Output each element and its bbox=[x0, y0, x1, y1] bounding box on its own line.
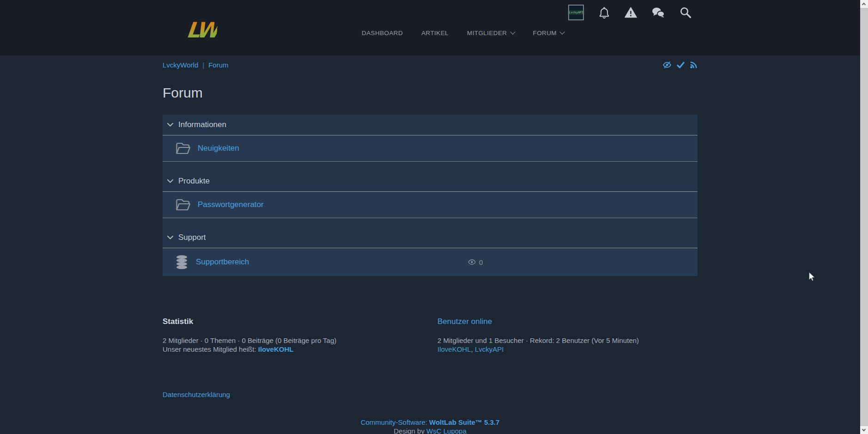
mark-read-check-icon[interactable] bbox=[677, 61, 685, 69]
folder-open-icon bbox=[176, 142, 191, 155]
eye-slash-icon[interactable] bbox=[662, 61, 672, 69]
board-row-neuigkeiten: Neuigkeiten bbox=[163, 135, 698, 162]
category-title: Support bbox=[178, 233, 206, 242]
category-section-produkte: Produkte Passwortgenerator bbox=[163, 162, 698, 218]
online-user-link-ilovekohl[interactable]: IloveKOHL bbox=[437, 345, 471, 353]
nav-item-mitglieder[interactable]: MITGLIEDER bbox=[467, 30, 515, 37]
users-online-widget: Benutzer online 2 Mitglieder und 1 Besuc… bbox=[437, 317, 696, 354]
chevron-down-icon bbox=[167, 122, 174, 127]
category-title: Informationen bbox=[178, 120, 226, 129]
page-action-icons bbox=[662, 61, 698, 69]
chevron-down-icon bbox=[862, 428, 866, 431]
board-row-passwortgenerator: Passwortgenerator bbox=[163, 192, 698, 218]
forum-board-list: Informationen Neuigkeiten Produkte Passw… bbox=[163, 115, 698, 276]
rss-icon[interactable] bbox=[690, 61, 698, 69]
scrollbar-down-button[interactable] bbox=[860, 426, 868, 434]
board-views-counter: 0 bbox=[468, 248, 483, 276]
folder-open-icon bbox=[176, 198, 191, 211]
category-section-informationen: Informationen Neuigkeiten bbox=[163, 115, 698, 162]
privacy-policy-link[interactable]: Datenschutzerklärung bbox=[163, 391, 230, 398]
breadcrumb-site-link[interactable]: LvckyWorld bbox=[163, 61, 198, 69]
breadcrumb-separator: | bbox=[202, 61, 204, 69]
statistics-widget: Statistik 2 Mitglieder · 0 Themen · 0 Be… bbox=[163, 317, 421, 354]
category-header-produkte[interactable]: Produkte bbox=[163, 162, 698, 192]
page-header: LW LvckyAPI DASHBOARD ARTIKEL bbox=[0, 0, 868, 55]
users-online-title-link[interactable]: Benutzer online bbox=[437, 317, 696, 326]
category-title: Produkte bbox=[178, 177, 210, 186]
category-header-informationen[interactable]: Informationen bbox=[163, 115, 698, 135]
statistics-title: Statistik bbox=[163, 317, 421, 326]
design-by-line: Design by WsC Lupopa bbox=[163, 427, 698, 434]
online-user-link-lvckyapi[interactable]: LvckyAPI bbox=[475, 345, 504, 353]
eye-icon bbox=[468, 259, 476, 265]
statistics-line1: 2 Mitglieder · 0 Themen · 0 Beiträge (0 … bbox=[163, 336, 421, 345]
board-link-supportbereich[interactable]: Supportbereich bbox=[196, 257, 249, 267]
database-icon bbox=[176, 255, 188, 269]
newest-member-link[interactable]: IloveKOHL bbox=[258, 345, 294, 353]
chevron-down-icon bbox=[167, 179, 174, 183]
nav-item-dashboard[interactable]: DASHBOARD bbox=[362, 30, 403, 37]
moderation-chat-icon[interactable] bbox=[652, 7, 665, 18]
nav-item-artikel[interactable]: ARTIKEL bbox=[421, 30, 449, 37]
users-online-list: IloveKOHL, LvckyAPI bbox=[437, 345, 696, 354]
community-software-line: Community-Software: WoltLab Suite™ 5.3.7 bbox=[163, 418, 698, 427]
user-panel: LvckyAPI bbox=[568, 4, 692, 21]
main-nav: DASHBOARD ARTIKEL MITGLIEDER FORUM bbox=[362, 26, 564, 40]
search-icon[interactable] bbox=[680, 6, 692, 18]
mouse-cursor bbox=[808, 272, 817, 282]
chevron-down-icon bbox=[510, 29, 515, 34]
design-author-link[interactable]: WsC Lupopa bbox=[426, 427, 467, 434]
board-row-supportbereich: Supportbereich 0 bbox=[163, 248, 698, 276]
vertical-scrollbar[interactable] bbox=[860, 0, 868, 434]
board-link-passwortgenerator[interactable]: Passwortgenerator bbox=[198, 200, 264, 209]
board-link-neuigkeiten[interactable]: Neuigkeiten bbox=[198, 144, 239, 153]
page-title: Forum bbox=[163, 85, 203, 101]
copyright: Community-Software: WoltLab Suite™ 5.3.7… bbox=[163, 418, 698, 434]
woltlab-suite-link[interactable]: WoltLab Suite™ 5.3.7 bbox=[429, 418, 499, 426]
category-header-support[interactable]: Support bbox=[163, 218, 698, 248]
statistics-line2: Unser neuestes Mitglied heißt: IloveKOHL bbox=[163, 345, 421, 354]
breadcrumb-page-link[interactable]: Forum bbox=[208, 61, 228, 69]
scrollbar-thumb[interactable] bbox=[860, 8, 868, 426]
views-count: 0 bbox=[479, 258, 483, 266]
chevron-down-icon bbox=[559, 29, 565, 34]
category-section-support: Support Supportbereich 0 bbox=[163, 218, 698, 276]
avatar-label: LvckyAPI bbox=[568, 10, 584, 15]
warning-icon[interactable] bbox=[625, 7, 637, 18]
chevron-up-icon bbox=[862, 3, 866, 6]
site-logo[interactable]: LW bbox=[185, 18, 219, 43]
nav-item-forum[interactable]: FORUM bbox=[533, 30, 565, 37]
chevron-down-icon bbox=[167, 235, 174, 240]
scrollbar-up-button[interactable] bbox=[860, 0, 868, 8]
user-avatar[interactable]: LvckyAPI bbox=[568, 5, 584, 20]
breadcrumb: LvckyWorld | Forum bbox=[163, 61, 229, 69]
users-online-line1: 2 Mitglieder und 1 Besucher · Rekord: 2 … bbox=[437, 336, 696, 345]
bell-icon[interactable] bbox=[599, 6, 610, 19]
